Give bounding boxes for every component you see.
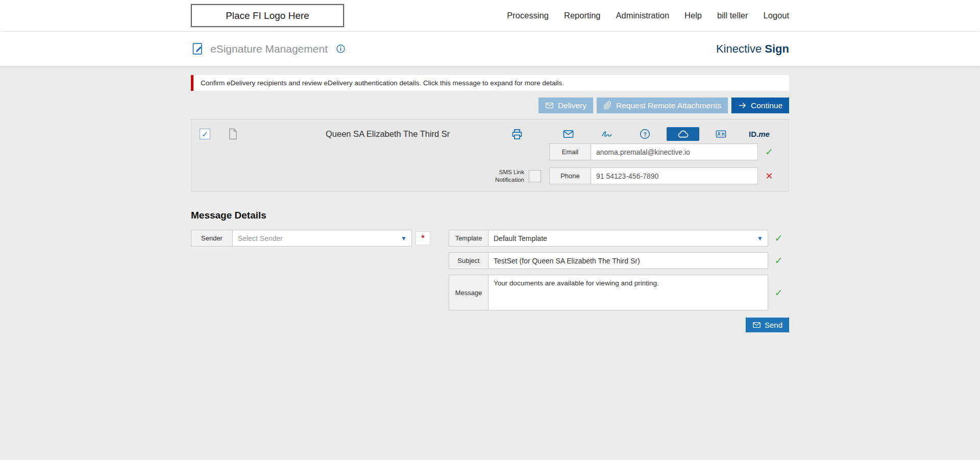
document-icon[interactable] [228,128,238,140]
arrow-right-icon [738,101,747,110]
template-row: Template Default Template ▼ ✓ [449,230,789,247]
idme-logo-me: me [758,130,770,138]
nav-help[interactable]: Help [684,11,702,20]
sender-required-indicator: * [415,231,430,245]
nav-reporting[interactable]: Reporting [564,11,601,20]
subject-valid-icon: ✓ [768,252,789,269]
template-label: Template [449,230,488,247]
esignature-doc-icon [191,42,205,56]
sms-notification-label: SMS Link Notification [485,168,524,184]
message-details-heading: Message Details [191,210,789,221]
phone-input[interactable] [591,167,758,184]
alert-text: Confirm eDelivery recipients and review … [201,79,564,87]
subject-row: Subject ✓ [449,252,789,269]
sender-select-placeholder: Select Sender [238,234,283,243]
message-valid-icon: ✓ [768,275,789,310]
delivery-button[interactable]: Delivery [538,98,593,113]
nav-user[interactable]: bill teller [717,11,748,20]
sender-row: Sender Select Sender ▼ * [191,230,430,247]
action-toolbar: Delivery Request Remote Attachments Cont… [191,98,789,113]
auth-method-row: ? R [549,127,780,141]
email-input[interactable] [591,143,758,160]
top-nav: Processing Reporting Administration Help… [507,11,789,20]
request-remote-attachments-button[interactable]: Request Remote Attachments [597,98,728,113]
template-valid-icon: ✓ [768,230,789,247]
fi-logo-placeholder: Place FI Logo Here [191,4,344,27]
recipient-name: Queen SA Elizabeth The Third Sr [326,129,450,139]
chevron-down-icon: ▼ [401,234,407,241]
security-question-icon[interactable]: ? [626,127,664,141]
send-button-label: Send [765,321,782,329]
email-delivery-icon[interactable] [549,127,587,141]
email-label: Email [549,143,591,160]
idme-logo[interactable]: ID.me [740,127,778,141]
svg-text:R: R [722,132,725,137]
nav-administration[interactable]: Administration [616,11,670,20]
send-button[interactable]: Send [746,318,789,332]
top-bar: Place FI Logo Here Processing Reporting … [0,0,980,32]
sms-notification-checkbox[interactable] [529,170,541,182]
email-valid-icon: ✓ [758,143,780,160]
brand-logo: Kinective Sign [716,42,789,56]
idme-logo-id: ID. [749,130,758,138]
template-select[interactable]: Default Template ▼ [488,230,768,247]
message-row: Message Your documents are available for… [449,275,789,310]
print-icon[interactable] [511,128,523,140]
sender-select[interactable]: Select Sender ▼ [232,230,412,247]
phone-label: Phone [549,167,591,184]
sender-label: Sender [191,230,233,247]
message-label: Message [449,275,488,310]
info-icon[interactable] [336,44,346,54]
page-title: eSignature Management [210,43,328,55]
nav-logout[interactable]: Logout [764,11,789,20]
subject-label: Subject [449,252,488,269]
phone-invalid-icon: ✕ [758,167,780,184]
message-details-section: Sender Select Sender ▼ * Template Defaul… [191,230,789,332]
svg-text:?: ? [643,131,647,137]
chevron-down-icon: ▼ [757,234,763,241]
envelope-icon [545,101,554,110]
paperclip-icon [603,101,612,110]
subject-input[interactable] [488,252,768,269]
recipient-checkbox[interactable]: ✓ [200,129,210,139]
recipient-card: ✓ Queen SA Elizabeth The Third Sr [191,119,789,191]
brand-product: Sign [765,42,789,55]
template-select-value: Default Template [494,234,547,243]
continue-button-label: Continue [751,101,782,110]
nav-processing[interactable]: Processing [507,11,549,20]
signature-icon[interactable] [587,127,626,141]
request-remote-attachments-label: Request Remote Attachments [616,101,721,110]
cloud-auth-icon[interactable] [667,127,699,141]
brand-name: Kinective [716,42,765,55]
remote-id-icon[interactable]: R [702,127,740,141]
send-envelope-icon [752,321,761,329]
delivery-button-label: Delivery [558,101,586,110]
continue-button[interactable]: Continue [731,98,789,113]
page-header: eSignature Management Kinective Sign [0,32,980,66]
message-textarea[interactable]: Your documents are available for viewing… [488,275,768,310]
edelivery-alert[interactable]: Confirm eDelivery recipients and review … [191,75,789,91]
